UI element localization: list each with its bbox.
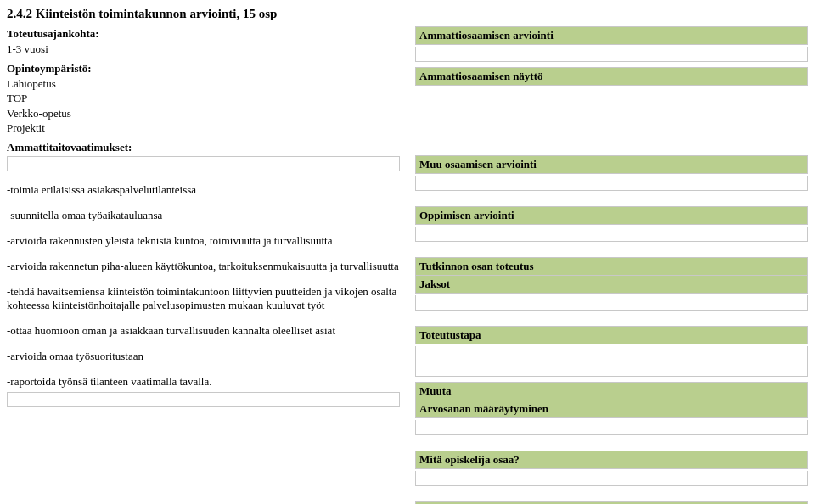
section-header: Toteutustapa [415, 326, 808, 344]
requirement-item: -arvioida rakennetun piha-alueen käyttök… [7, 260, 400, 273]
section-title: 2.4.2 Kiinteistön toimintakunnon arvioin… [7, 7, 808, 21]
section-header: Arvosanan määräytyminen [415, 400, 808, 418]
toteutusajankohta-value: 1-3 vuosi [7, 42, 400, 57]
opintoymparisto-item: Verkko-opetus [7, 106, 400, 121]
requirement-item: -ottaa huomioon oman ja asiakkaan turval… [7, 324, 400, 338]
opintoymparisto-items: Lähiopetus TOP Verkko-opetus Projektit [7, 76, 400, 136]
requirement-item: -arvioida rakennusten yleistä teknistä k… [7, 234, 400, 248]
empty-cell [415, 47, 808, 62]
empty-cell [415, 420, 808, 435]
left-column: Toteutusajankohta: 1-3 vuosi Opintoympär… [7, 26, 400, 504]
empty-cell [415, 227, 808, 242]
empty-cell [7, 156, 400, 171]
opintoymparisto-label: Opintoympäristö: [7, 61, 400, 76]
ammattitaito-label: Ammattitaitovaatimukset: [7, 141, 400, 154]
requirement-item: -tehdä havaitsemiensa kiinteistön toimin… [7, 285, 400, 312]
section-header: Ammattiosaamisen näyttö [415, 67, 808, 86]
opintoymparisto-item: TOP [7, 91, 400, 106]
empty-cell [415, 361, 808, 377]
section-header: Muuta [415, 382, 808, 400]
empty-cell [415, 346, 808, 361]
empty-cell [415, 176, 808, 191]
requirement-item: -toimia erilaisissa asiakaspalvelutilant… [7, 183, 400, 197]
opintoymparisto-item: Projektit [7, 120, 400, 136]
opintoymparisto-item: Lähiopetus [7, 76, 400, 92]
section-header: Mitä opiskelija osaa? [415, 451, 808, 469]
section-header: Jaksot [415, 276, 808, 294]
requirement-item: -suunnitella omaa työaikatauluansa [7, 209, 400, 222]
requirement-item: -raportoida työnsä tilanteen vaatimalla … [7, 375, 400, 389]
section-header: Oppimisen arviointi [415, 206, 808, 225]
section-header: Muu osaamisen arviointi [415, 155, 808, 174]
empty-cell [415, 471, 808, 486]
empty-cell [415, 295, 808, 311]
right-column: Ammattiosaamisen arviointi Ammattiosaami… [415, 26, 808, 504]
two-column-grid: Toteutusajankohta: 1-3 vuosi Opintoympär… [7, 26, 808, 504]
requirement-item: -arvioida omaa työsuoritustaan [7, 350, 400, 363]
section-header: Tutkinnon osan toteutus [415, 257, 808, 276]
empty-cell [7, 392, 400, 407]
toteutusajankohta-label: Toteutusajankohta: [7, 26, 400, 42]
section-header: Ammattiosaamisen arviointi [415, 26, 808, 45]
